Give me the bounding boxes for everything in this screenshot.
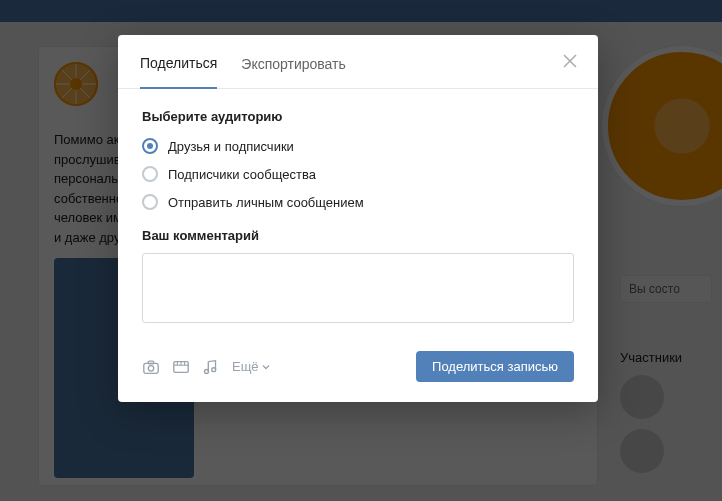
music-icon[interactable] — [202, 358, 220, 376]
comment-textarea[interactable] — [142, 253, 574, 323]
radio-label: Друзья и подписчики — [168, 139, 294, 154]
more-attachments-button[interactable]: Ещё — [232, 359, 270, 374]
svg-rect-9 — [144, 363, 158, 373]
share-post-button[interactable]: Поделиться записью — [416, 351, 574, 382]
close-button[interactable] — [562, 53, 582, 73]
tab-share[interactable]: Поделиться — [140, 35, 217, 89]
audience-title: Выберите аудиторию — [142, 109, 574, 124]
radio-friends-subscribers[interactable]: Друзья и подписчики — [142, 138, 574, 154]
svg-point-17 — [205, 369, 209, 373]
chevron-down-icon — [262, 363, 270, 371]
modal-body: Выберите аудиторию Друзья и подписчики П… — [118, 89, 598, 337]
radio-label: Подписчики сообщества — [168, 167, 316, 182]
radio-community-subscribers[interactable]: Подписчики сообщества — [142, 166, 574, 182]
svg-point-10 — [148, 365, 153, 370]
radio-private-message[interactable]: Отправить личным сообщением — [142, 194, 574, 210]
radio-icon — [142, 166, 158, 182]
svg-point-18 — [212, 367, 216, 371]
radio-icon — [142, 194, 158, 210]
share-modal: Поделиться Экспортировать Выберите аудит… — [118, 35, 598, 402]
tab-export[interactable]: Экспортировать — [241, 36, 345, 88]
video-icon[interactable] — [172, 358, 190, 376]
modal-tabs: Поделиться Экспортировать — [118, 35, 598, 89]
camera-icon[interactable] — [142, 358, 160, 376]
close-icon — [562, 53, 578, 69]
svg-rect-11 — [148, 361, 153, 364]
comment-label: Ваш комментарий — [142, 228, 574, 243]
attachment-bar: Ещё — [142, 358, 270, 376]
radio-icon — [142, 138, 158, 154]
modal-footer: Ещё Поделиться записью — [118, 337, 598, 402]
radio-label: Отправить личным сообщением — [168, 195, 364, 210]
more-label: Ещё — [232, 359, 259, 374]
